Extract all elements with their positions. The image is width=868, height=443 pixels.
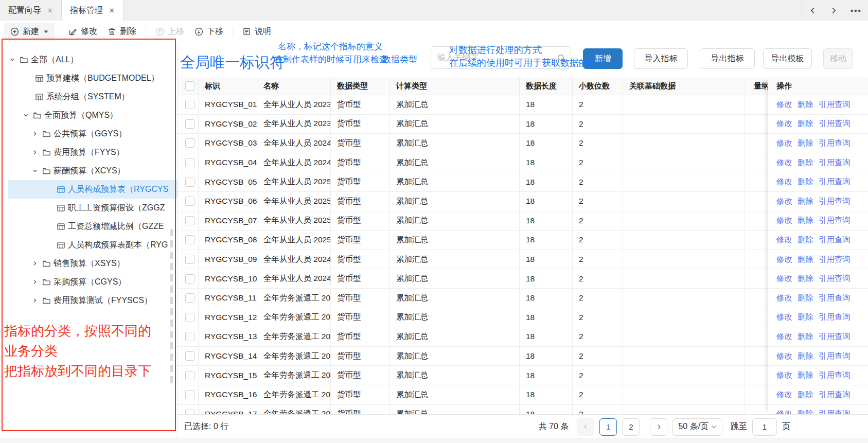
row-checkbox[interactable] bbox=[185, 351, 194, 361]
search-icon[interactable] bbox=[557, 54, 566, 63]
op-edit-link[interactable]: 修改 bbox=[776, 351, 792, 362]
op-edit-link[interactable]: 修改 bbox=[776, 99, 792, 110]
close-icon[interactable]: ✕ bbox=[109, 7, 115, 14]
row-checkbox[interactable] bbox=[185, 332, 194, 341]
import-indicator-button[interactable]: 导入指标 bbox=[634, 48, 688, 69]
op-delete-link[interactable]: 删除 bbox=[798, 176, 813, 187]
tab-indicator-management[interactable]: 指标管理 ✕ bbox=[62, 0, 123, 21]
tree-item[interactable]: 预算建模（BUDGETMODEL） bbox=[0, 69, 178, 87]
row-checkbox[interactable] bbox=[185, 216, 194, 225]
op-ref-query-link[interactable]: 引用查询 bbox=[819, 312, 851, 323]
op-ref-query-link[interactable]: 引用查询 bbox=[819, 351, 851, 362]
op-ref-query-link[interactable]: 引用查询 bbox=[819, 176, 851, 187]
tree-item[interactable]: 全面预算（QMYS） bbox=[0, 106, 178, 125]
tree-item[interactable]: 工资总额增减比例（GZZE bbox=[0, 217, 178, 236]
row-checkbox[interactable] bbox=[185, 293, 194, 303]
tab-config-wizard[interactable]: 配置向导 ✕ bbox=[0, 0, 62, 21]
op-delete-link[interactable]: 删除 bbox=[798, 157, 813, 168]
op-edit-link[interactable]: 修改 bbox=[776, 176, 792, 187]
add-button[interactable]: 新增 bbox=[583, 48, 623, 69]
tree-item[interactable]: 销售预算（XSYS） bbox=[0, 254, 178, 273]
row-checkbox[interactable] bbox=[185, 197, 194, 206]
page-button-1[interactable]: 1 bbox=[599, 418, 617, 436]
row-checkbox[interactable] bbox=[185, 100, 194, 109]
op-ref-query-link[interactable]: 引用查询 bbox=[819, 331, 851, 342]
select-all-checkbox[interactable] bbox=[185, 81, 194, 91]
jump-page-input[interactable] bbox=[752, 418, 777, 436]
more-tabs-icon[interactable]: ••• bbox=[844, 0, 868, 21]
row-checkbox[interactable] bbox=[185, 235, 194, 244]
op-delete-link[interactable]: 删除 bbox=[798, 235, 813, 245]
op-ref-query-link[interactable]: 引用查询 bbox=[819, 235, 851, 245]
tree-item[interactable]: 薪酬预算（XCYS） bbox=[0, 162, 178, 180]
op-edit-link[interactable]: 修改 bbox=[776, 273, 792, 284]
op-edit-link[interactable]: 修改 bbox=[776, 235, 792, 245]
row-checkbox[interactable] bbox=[185, 390, 194, 399]
tree-item[interactable]: 系统分组（SYSTEM） bbox=[0, 87, 178, 106]
page-button-2[interactable]: 2 bbox=[622, 418, 640, 436]
op-ref-query-link[interactable]: 引用查询 bbox=[819, 138, 851, 149]
op-edit-link[interactable]: 修改 bbox=[776, 138, 792, 149]
sidebar-scrollbar[interactable] bbox=[170, 229, 173, 383]
op-edit-link[interactable]: 修改 bbox=[776, 370, 792, 381]
help-button[interactable]: 说明 bbox=[237, 26, 276, 37]
chevron-right-icon[interactable] bbox=[30, 297, 40, 304]
row-checkbox[interactable] bbox=[185, 371, 194, 380]
row-checkbox[interactable] bbox=[185, 255, 194, 264]
op-ref-query-link[interactable]: 引用查询 bbox=[819, 157, 851, 168]
row-checkbox[interactable] bbox=[185, 178, 194, 187]
op-delete-link[interactable]: 删除 bbox=[798, 118, 813, 129]
edit-button[interactable]: 修改 bbox=[63, 26, 102, 37]
op-edit-link[interactable]: 修改 bbox=[776, 409, 792, 414]
chevron-right-icon[interactable] bbox=[30, 149, 40, 155]
op-edit-link[interactable]: 修改 bbox=[776, 389, 792, 400]
op-delete-link[interactable]: 删除 bbox=[798, 331, 813, 342]
tree-item[interactable]: 公共预算（GGYS） bbox=[0, 125, 178, 143]
tree-item[interactable]: 人员构成预算表副本（RYG bbox=[0, 236, 178, 254]
row-checkbox[interactable] bbox=[185, 138, 194, 148]
chevron-down-icon[interactable] bbox=[7, 57, 17, 63]
tree-item[interactable]: 人员构成预算表（RYGCYS bbox=[0, 180, 178, 199]
op-delete-link[interactable]: 删除 bbox=[798, 293, 813, 304]
op-delete-link[interactable]: 删除 bbox=[798, 389, 813, 400]
op-ref-query-link[interactable]: 引用查询 bbox=[819, 99, 851, 110]
chevron-right-icon[interactable] bbox=[30, 260, 40, 267]
op-delete-link[interactable]: 删除 bbox=[798, 254, 813, 265]
page-size-select[interactable]: 50 条/页 bbox=[672, 418, 722, 436]
op-delete-link[interactable]: 删除 bbox=[798, 409, 813, 414]
op-ref-query-link[interactable]: 引用查询 bbox=[819, 196, 851, 207]
row-checkbox[interactable] bbox=[185, 158, 194, 167]
op-edit-link[interactable]: 修改 bbox=[776, 215, 792, 226]
prev-page-button[interactable] bbox=[577, 418, 594, 436]
export-indicator-button[interactable]: 导出指标 bbox=[700, 48, 755, 69]
chevron-down-icon[interactable] bbox=[21, 112, 31, 118]
new-button[interactable]: 新建 bbox=[4, 23, 55, 41]
chevron-right-icon[interactable] bbox=[823, 0, 844, 21]
next-page-button[interactable] bbox=[650, 418, 667, 436]
row-checkbox[interactable] bbox=[185, 313, 194, 322]
op-delete-link[interactable]: 删除 bbox=[798, 370, 813, 381]
op-delete-link[interactable]: 删除 bbox=[798, 351, 813, 362]
op-edit-link[interactable]: 修改 bbox=[776, 157, 792, 168]
export-template-button[interactable]: 导出模板 bbox=[763, 48, 812, 69]
tree-item[interactable]: 采购预算（CGYS） bbox=[0, 273, 178, 291]
op-delete-link[interactable]: 删除 bbox=[798, 196, 813, 207]
move-down-button[interactable]: 下移 bbox=[189, 26, 228, 37]
delete-button[interactable]: 删除 bbox=[102, 26, 141, 37]
op-ref-query-link[interactable]: 引用查询 bbox=[819, 254, 851, 265]
chevron-right-icon[interactable] bbox=[30, 131, 40, 137]
tree-item[interactable]: 全部（ALL） bbox=[0, 50, 178, 69]
op-delete-link[interactable]: 删除 bbox=[798, 215, 813, 226]
op-delete-link[interactable]: 删除 bbox=[798, 138, 813, 149]
tree-item[interactable]: 费用预算（FYYS） bbox=[0, 143, 178, 162]
move-up-button[interactable]: 上移 bbox=[150, 26, 189, 37]
op-delete-link[interactable]: 删除 bbox=[798, 273, 813, 284]
op-ref-query-link[interactable]: 引用查询 bbox=[819, 389, 851, 400]
chevron-down-icon[interactable] bbox=[30, 168, 40, 174]
row-checkbox[interactable] bbox=[185, 274, 194, 283]
op-delete-link[interactable]: 删除 bbox=[798, 99, 813, 110]
op-ref-query-link[interactable]: 引用查询 bbox=[819, 118, 851, 129]
row-checkbox[interactable] bbox=[185, 410, 194, 414]
op-edit-link[interactable]: 修改 bbox=[776, 118, 792, 129]
op-ref-query-link[interactable]: 引用查询 bbox=[819, 215, 851, 226]
